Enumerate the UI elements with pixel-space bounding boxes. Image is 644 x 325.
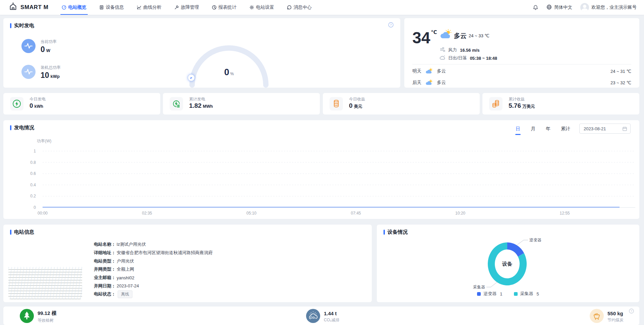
- tab-day[interactable]: 日: [516, 126, 520, 134]
- coal-cart-icon: [590, 309, 604, 324]
- period-tabs: 日 月 年 累计: [516, 126, 570, 134]
- field-plant-name: 电站名称：lz测试户用光伏: [94, 240, 213, 249]
- coal-saved: 550 kg 节约煤炭: [590, 309, 624, 324]
- y-axis-label: 功率(W): [37, 138, 51, 144]
- brand[interactable]: SMART M: [9, 2, 49, 13]
- today-revenue-card: 今日收益 0美元: [323, 93, 480, 114]
- svg-text:02:35: 02:35: [142, 211, 152, 216]
- status-badge: 离线: [118, 290, 132, 298]
- installed-capacity-metric: 装机总功率 10kWp: [21, 65, 61, 80]
- gauge-icon: [62, 5, 66, 10]
- svg-text:0.6: 0.6: [30, 171, 36, 176]
- devices-title: 设备情况: [388, 229, 408, 235]
- bell-icon[interactable]: [533, 5, 538, 10]
- help-icon[interactable]: ?: [388, 22, 394, 29]
- cloudy-sun-icon: [425, 68, 433, 75]
- legend-collector[interactable]: 采集器5: [514, 291, 539, 297]
- plant-info-card: 电站信息 电站名称：lz测试户用光伏 详细地址：安徽省合肥市包河区望湖街道秋浦河…: [3, 225, 372, 302]
- nav-tabs: 电站概览 设备信息 曲线分析 故障管理 报表统计 电站设置: [55, 0, 318, 15]
- date-picker-input[interactable]: [584, 124, 619, 133]
- weather-condition: 多云: [454, 32, 467, 40]
- svg-text:0.8: 0.8: [30, 160, 36, 165]
- svg-text:10:20: 10:20: [455, 211, 465, 216]
- field-owner-email: 业主邮箱：yanshI02: [94, 274, 213, 282]
- message-icon: [287, 5, 292, 10]
- wrench-icon: [174, 5, 179, 10]
- field-grid-date: 并网日期：2023-07-24: [94, 282, 213, 290]
- wind-icon: [440, 47, 445, 53]
- brand-name: SMART M: [20, 4, 49, 11]
- accent-bar: [10, 125, 11, 130]
- calendar-icon: [622, 126, 627, 131]
- plant-photo: [8, 240, 82, 299]
- today-generation-card: 今日发电 0kWh: [3, 93, 160, 114]
- tab-message-center[interactable]: 消息中心: [281, 0, 318, 15]
- top-nav: SMART M 电站概览 设备信息 曲线分析 故障管理 报表统计: [0, 0, 644, 15]
- plant-info-title: 电站信息: [14, 229, 34, 235]
- coins-stack-icon: [489, 97, 503, 110]
- svg-text:07:45: 07:45: [351, 211, 361, 216]
- accent-bar: [384, 230, 385, 235]
- svg-text:1: 1: [34, 149, 36, 153]
- trees-equivalent: 99.12 棵 等效植树: [20, 309, 57, 324]
- generation-chart-card: 发电情况 日 月 年 累计 功率(W) 00.20.40.60.8100:000…: [3, 120, 639, 219]
- tab-curve-analysis[interactable]: 曲线分析: [130, 0, 168, 15]
- sunrise-cloud-icon: [440, 55, 445, 61]
- divider: [412, 64, 631, 64]
- capacity-pulse-icon: [21, 65, 36, 80]
- weather-card: 34℃ 多云 24 ~ 33 ℃ 风力16.56 m/s 日出/日落05:38 …: [404, 18, 639, 88]
- legend-swatch: [477, 292, 481, 296]
- field-address: 详细地址：安徽省合肥市包河区望湖街道秋浦河路招商雍润府: [94, 249, 213, 257]
- accent-bar: [10, 230, 11, 235]
- svg-text:12:55: 12:55: [560, 211, 570, 216]
- tab-total[interactable]: 累计: [561, 126, 570, 134]
- svg-text:?: ?: [631, 310, 632, 313]
- field-plant-status: 电站状态：离线: [94, 290, 213, 298]
- generation-title: 发电情况: [14, 125, 34, 131]
- donut-legend: 逆变器1 采集器5: [377, 291, 639, 297]
- svg-text:05:10: 05:10: [246, 211, 256, 216]
- gauge-value: 0%: [202, 67, 256, 78]
- curve-icon: [137, 5, 141, 10]
- co2-reduction: CO₂ 1.44 t CO₂减排: [306, 309, 340, 324]
- sunrise-row: 日出/日落05:38 ~ 18:48: [440, 55, 497, 61]
- svg-text:0.4: 0.4: [30, 183, 36, 187]
- tab-year[interactable]: 年: [546, 126, 550, 134]
- svg-text:CO₂: CO₂: [310, 316, 316, 319]
- forecast-tomorrow: 明天 多云 24 ~ 31 ℃: [412, 67, 631, 75]
- cloudy-sun-icon: [440, 29, 452, 40]
- tab-fault-management[interactable]: 故障管理: [168, 0, 206, 15]
- bolt-lines-icon: [170, 97, 183, 110]
- cloudy-sun-icon: [425, 79, 433, 86]
- tab-plant-overview[interactable]: 电站概览: [55, 0, 93, 15]
- callout-inverter: 逆变器: [529, 238, 541, 242]
- logo-icon: [9, 2, 17, 13]
- help-icon[interactable]: ?: [629, 309, 634, 315]
- legend-inverter[interactable]: 逆变器1: [477, 291, 502, 297]
- tab-report-statistics[interactable]: 报表统计: [206, 0, 243, 15]
- globe-icon: [546, 4, 552, 11]
- current-temperature: 34℃: [412, 30, 437, 46]
- tab-month[interactable]: 月: [531, 126, 535, 134]
- realtime-generation-card: 实时发电 ? 当前功率 0W 装机总功率 10kWp: [3, 18, 400, 88]
- co2-cloud-icon: CO₂: [306, 309, 320, 324]
- tab-device-info[interactable]: 设备信息: [93, 0, 130, 15]
- accent-bar: [10, 23, 11, 28]
- welcome-text: 欢迎您，业主演示账号: [591, 4, 637, 10]
- callout-collector: 采集器: [473, 285, 485, 289]
- language-label: 简体中文: [554, 4, 572, 10]
- user-account[interactable]: 欢迎您，业主演示账号: [580, 3, 637, 12]
- report-icon: [212, 5, 217, 10]
- tree-icon: [20, 309, 34, 324]
- total-revenue-card: 累计收益 5.76万美元: [482, 93, 639, 114]
- language-switcher[interactable]: 简体中文: [546, 4, 572, 11]
- svg-text:?: ?: [390, 23, 392, 27]
- power-line-chart: 00.20.40.60.8100:0002:3505:1007:4510:201…: [17, 144, 637, 218]
- realtime-title: 实时发电: [14, 22, 34, 29]
- forecast-day-after: 后天 多云 23 ~ 32 ℃: [412, 79, 631, 87]
- tab-plant-settings[interactable]: 电站设置: [243, 0, 281, 15]
- device-donut-chart: 逆变器 采集器 设备: [440, 225, 574, 292]
- svg-text:0.2: 0.2: [30, 194, 36, 198]
- date-picker[interactable]: [579, 124, 631, 134]
- svg-text:0: 0: [34, 205, 36, 210]
